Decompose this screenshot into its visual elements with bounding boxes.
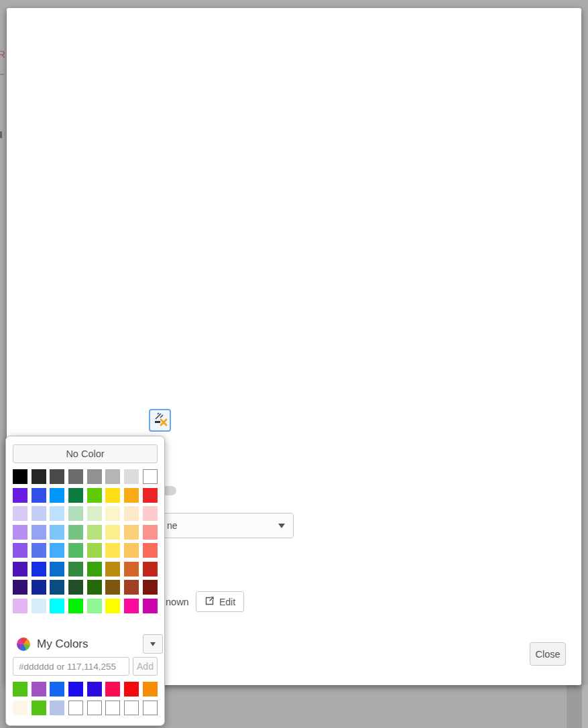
color-swatch[interactable] xyxy=(13,525,27,540)
color-swatch[interactable] xyxy=(50,469,64,484)
color-swatch[interactable] xyxy=(68,599,83,613)
color-swatch[interactable] xyxy=(143,506,158,521)
color-swatch[interactable] xyxy=(68,682,83,696)
background-fragment xyxy=(0,131,2,138)
color-swatch[interactable] xyxy=(87,469,102,484)
color-swatch[interactable] xyxy=(68,488,83,503)
color-swatch[interactable] xyxy=(68,562,83,577)
color-swatch[interactable] xyxy=(13,580,27,595)
color-swatch[interactable] xyxy=(32,701,46,715)
color-swatch[interactable] xyxy=(50,682,64,696)
color-swatch[interactable] xyxy=(32,525,46,540)
color-swatch[interactable] xyxy=(124,682,139,696)
color-swatch[interactable] xyxy=(105,599,120,613)
color-swatch[interactable] xyxy=(124,580,139,595)
color-swatch[interactable] xyxy=(105,580,120,595)
no-color-button[interactable]: No Color xyxy=(13,444,158,463)
color-swatch[interactable] xyxy=(87,488,102,503)
color-swatch[interactable] xyxy=(13,701,27,715)
color-swatch[interactable] xyxy=(32,562,46,577)
color-swatch[interactable] xyxy=(143,599,158,613)
color-swatch[interactable] xyxy=(105,525,120,540)
color-swatch[interactable] xyxy=(13,543,27,558)
color-swatch[interactable] xyxy=(87,525,102,540)
color-swatch[interactable] xyxy=(124,488,139,503)
obscured-value-label: nown xyxy=(166,597,189,607)
color-swatch[interactable] xyxy=(87,506,102,521)
color-swatch[interactable] xyxy=(143,525,158,540)
color-swatch[interactable] xyxy=(87,543,102,558)
color-swatch[interactable] xyxy=(143,701,158,715)
custom-colors-grid xyxy=(13,682,158,715)
color-swatch[interactable] xyxy=(50,701,64,715)
color-swatch[interactable] xyxy=(50,525,64,540)
color-swatch[interactable] xyxy=(105,701,120,715)
color-swatch[interactable] xyxy=(32,506,46,521)
color-swatch[interactable] xyxy=(32,488,46,503)
color-swatch[interactable] xyxy=(13,682,27,696)
color-swatch[interactable] xyxy=(143,580,158,595)
chevron-down-icon xyxy=(150,642,156,646)
color-swatch[interactable] xyxy=(13,506,27,521)
edit-button-label: Edit xyxy=(219,597,235,607)
custom-color-input[interactable] xyxy=(13,657,129,676)
color-swatch[interactable] xyxy=(13,488,27,503)
color-swatch[interactable] xyxy=(124,506,139,521)
color-swatch[interactable] xyxy=(13,469,27,484)
color-swatch[interactable] xyxy=(87,580,102,595)
color-swatch[interactable] xyxy=(87,682,102,696)
color-swatch[interactable] xyxy=(124,562,139,577)
color-swatch[interactable] xyxy=(68,580,83,595)
color-swatch[interactable] xyxy=(68,525,83,540)
chevron-down-icon xyxy=(278,524,285,528)
color-swatch[interactable] xyxy=(105,543,120,558)
add-color-button[interactable]: Add xyxy=(133,657,158,676)
color-swatch[interactable] xyxy=(105,506,120,521)
color-swatch[interactable] xyxy=(124,701,139,715)
color-swatch[interactable] xyxy=(50,599,64,613)
color-swatch[interactable] xyxy=(13,562,27,577)
color-swatch[interactable] xyxy=(32,469,46,484)
color-swatch[interactable] xyxy=(143,682,158,696)
color-swatch[interactable] xyxy=(87,599,102,613)
color-swatch[interactable] xyxy=(50,562,64,577)
close-button[interactable]: Close xyxy=(530,642,566,666)
no-fill-color-icon xyxy=(152,411,168,430)
color-swatch[interactable] xyxy=(87,562,102,577)
color-swatch[interactable] xyxy=(68,543,83,558)
color-swatch[interactable] xyxy=(124,543,139,558)
color-swatch[interactable] xyxy=(32,580,46,595)
color-swatch[interactable] xyxy=(32,599,46,613)
my-colors-title: My Colors xyxy=(37,638,143,651)
color-swatch[interactable] xyxy=(87,701,102,715)
color-swatch[interactable] xyxy=(105,562,120,577)
my-colors-dropdown-button[interactable] xyxy=(143,634,163,654)
color-swatch[interactable] xyxy=(68,506,83,521)
color-swatch[interactable] xyxy=(105,682,120,696)
color-swatch[interactable] xyxy=(68,701,83,715)
color-swatch[interactable] xyxy=(50,543,64,558)
color-swatch[interactable] xyxy=(50,488,64,503)
color-swatch[interactable] xyxy=(68,469,83,484)
color-swatch[interactable] xyxy=(50,506,64,521)
background-text-fragment: R xyxy=(0,48,5,60)
screen: { "window": { "title": "Document Propert… xyxy=(0,0,588,728)
color-swatch[interactable] xyxy=(105,469,120,484)
color-swatch[interactable] xyxy=(32,682,46,696)
color-swatch[interactable] xyxy=(124,469,139,484)
color-swatch[interactable] xyxy=(32,543,46,558)
color-swatch[interactable] xyxy=(143,469,158,484)
background-color-button[interactable] xyxy=(149,409,171,432)
background-fragment xyxy=(0,74,4,75)
obscured-select[interactable]: ne xyxy=(149,513,294,538)
color-swatch[interactable] xyxy=(105,488,120,503)
color-swatch[interactable] xyxy=(143,488,158,503)
color-palette-grid xyxy=(13,469,158,613)
color-swatch[interactable] xyxy=(143,562,158,577)
edit-button[interactable]: Edit xyxy=(196,591,244,612)
color-swatch[interactable] xyxy=(143,543,158,558)
color-swatch[interactable] xyxy=(124,599,139,613)
color-swatch[interactable] xyxy=(50,580,64,595)
color-swatch[interactable] xyxy=(124,525,139,540)
color-swatch[interactable] xyxy=(13,599,27,613)
